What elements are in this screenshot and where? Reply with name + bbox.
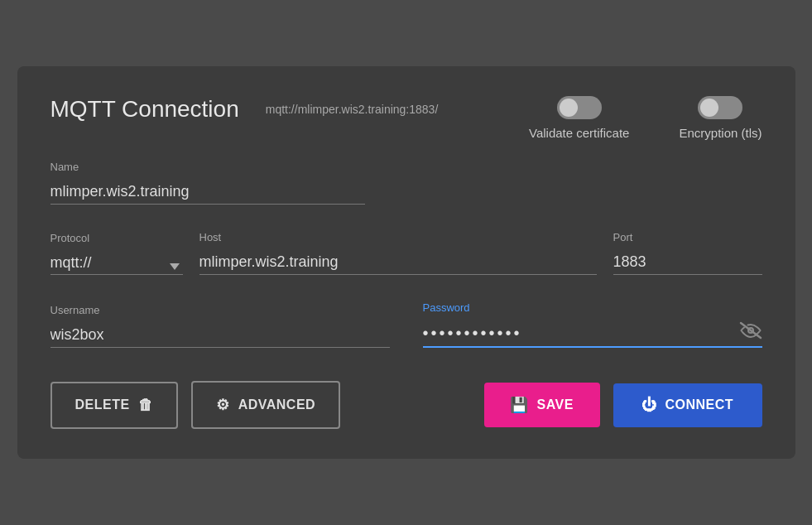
power-icon: ⏻	[641, 397, 657, 414]
protocol-label: Protocol	[50, 232, 183, 244]
protocol-wrapper: mqtt:// mqtts:// ws:// wss://	[50, 251, 183, 275]
encryption-label: Encryption (tls)	[679, 126, 762, 140]
protocol-select[interactable]: mqtt:// mqtts:// ws:// wss://	[50, 251, 183, 275]
encryption-group: Encryption (tls)	[679, 96, 762, 140]
toggle-password-visibility-icon[interactable]	[739, 321, 762, 343]
password-label: Password	[423, 301, 762, 314]
mqtt-connection-dialog: MQTT Connection mqtt://mlimper.wis2.trai…	[17, 66, 795, 459]
encryption-track	[698, 96, 742, 119]
dialog-title: MQTT Connection	[50, 96, 239, 123]
delete-label: DELETE	[75, 397, 130, 412]
toggles-section: Validate certificate Encryption (tls)	[529, 96, 762, 140]
trash-icon: 🗑	[138, 397, 154, 414]
save-icon: 💾	[510, 396, 529, 414]
port-section: Port	[613, 231, 762, 275]
username-section: Username	[50, 304, 390, 348]
protocol-section: Protocol mqtt:// mqtts:// ws:// wss://	[50, 232, 183, 275]
port-label: Port	[613, 231, 762, 243]
host-input[interactable]	[199, 250, 597, 275]
name-label: Name	[50, 161, 762, 173]
connect-button[interactable]: ⏻ CONNECT	[613, 383, 762, 427]
validate-certificate-toggle[interactable]	[557, 96, 602, 119]
username-label: Username	[50, 304, 390, 316]
password-input[interactable]	[423, 320, 762, 348]
advanced-label: ADVANCED	[238, 397, 315, 412]
name-input[interactable]	[50, 180, 365, 205]
port-input[interactable]	[613, 250, 762, 275]
save-label: SAVE	[537, 397, 574, 412]
advanced-button[interactable]: ⚙ ADVANCED	[191, 381, 340, 429]
name-section: Name	[50, 152, 762, 205]
connection-url: mqtt://mlimper.wis2.training:1883/	[266, 103, 439, 116]
connect-label: CONNECT	[665, 397, 733, 412]
validate-certificate-label: Validate certificate	[529, 126, 629, 140]
username-input[interactable]	[50, 323, 390, 348]
gear-icon: ⚙	[216, 396, 230, 414]
encryption-toggle[interactable]	[698, 96, 742, 119]
host-label: Host	[199, 231, 597, 243]
validate-certificate-track	[557, 96, 602, 119]
delete-button[interactable]: DELETE 🗑	[50, 382, 179, 429]
connection-row: Protocol mqtt:// mqtts:// ws:// wss:// H…	[50, 231, 762, 275]
credentials-row: Username Password	[50, 301, 762, 348]
host-section: Host	[199, 231, 597, 275]
validate-certificate-group: Validate certificate	[529, 96, 629, 140]
password-section: Password	[423, 301, 762, 348]
buttons-row: DELETE 🗑 ⚙ ADVANCED 💾 SAVE ⏻ CONNECT	[50, 381, 762, 429]
save-button[interactable]: 💾 SAVE	[484, 383, 600, 427]
